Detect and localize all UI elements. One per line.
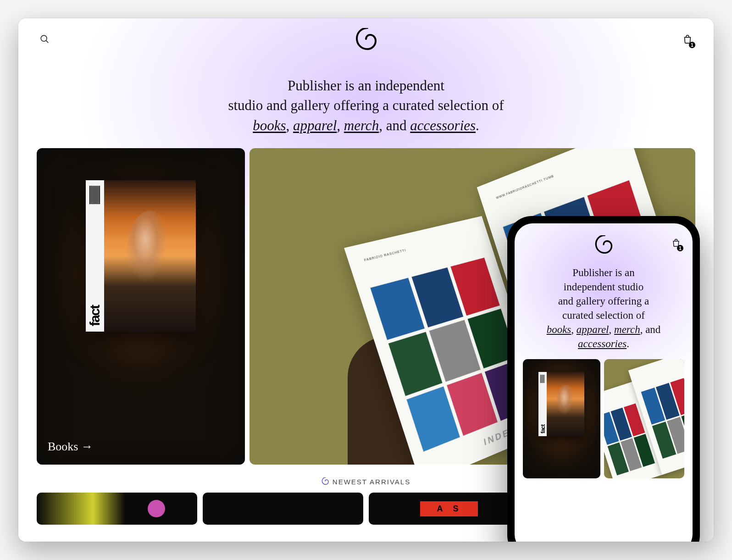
hero-tagline: Publisher is an independent studio and g… — [18, 54, 714, 148]
mobile-screen: 1 Publisher is an independent studio and… — [515, 223, 693, 542]
cart-count-badge: 1 — [689, 42, 695, 48]
cart-button[interactable]: 1 — [680, 31, 695, 48]
spiral-small-icon — [322, 477, 329, 486]
mobile-magazine-cover: fact — [538, 372, 584, 436]
mobile-logo-link[interactable] — [594, 235, 613, 255]
svg-line-1 — [46, 41, 49, 43]
mobile-header: 1 — [515, 223, 693, 259]
search-icon — [39, 39, 50, 45]
newest-label: NEWEST ARRIVALS — [333, 478, 410, 486]
link-books[interactable]: books — [253, 117, 286, 133]
books-card-label: Books — [48, 440, 93, 454]
page-caption-left: FABRIZIO RASCHETTI — [364, 249, 406, 262]
link-apparel[interactable]: apparel — [293, 117, 337, 133]
logo-link[interactable] — [355, 28, 377, 52]
spiral-logo-icon — [594, 247, 613, 255]
mobile-open-book-card[interactable] — [604, 359, 684, 478]
magazine-cover-photo — [104, 180, 196, 332]
mobile-link-books[interactable]: books — [547, 324, 571, 335]
link-merch[interactable]: merch — [344, 117, 379, 133]
page-caption-right: WWW.FABRIZIORASCHETTI.TUMB — [496, 174, 555, 200]
hero-text-2: studio and gallery offering a curated se… — [228, 97, 504, 113]
arrival-item-3[interactable]: AS — [369, 493, 529, 525]
mobile-link-merch[interactable]: merch — [614, 324, 640, 335]
site-header: 1 — [18, 18, 714, 54]
mobile-preview-device: 1 Publisher is an independent studio and… — [507, 216, 700, 542]
barcode-icon — [89, 186, 100, 204]
arrival-item-1[interactable] — [37, 493, 197, 525]
link-accessories[interactable]: accessories — [410, 117, 476, 133]
mobile-link-accessories[interactable]: accessories — [578, 338, 627, 349]
mobile-featured-cards: fact — [515, 359, 693, 478]
mobile-cart-count-badge: 1 — [677, 245, 683, 251]
mobile-books-card[interactable]: fact — [523, 359, 600, 478]
hero-text-1: Publisher is an independent — [288, 78, 444, 94]
arrival-item-2[interactable] — [203, 493, 363, 525]
mobile-link-apparel[interactable]: apparel — [577, 324, 609, 335]
magazine-spine: fact — [86, 180, 104, 332]
magazine-title: fact — [87, 305, 103, 326]
mobile-cart-button[interactable]: 1 — [669, 235, 683, 251]
arrival-3-label: AS — [420, 501, 477, 516]
svg-point-0 — [41, 35, 47, 41]
search-button[interactable] — [37, 31, 52, 48]
mobile-hero-tagline: Publisher is an independent studio and g… — [515, 259, 693, 359]
magazine-cover: fact — [86, 180, 196, 332]
desktop-viewport: 1 Publisher is an independent studio and… — [18, 18, 714, 542]
books-category-card[interactable]: fact Books — [37, 148, 245, 465]
spiral-logo-icon — [355, 44, 377, 51]
